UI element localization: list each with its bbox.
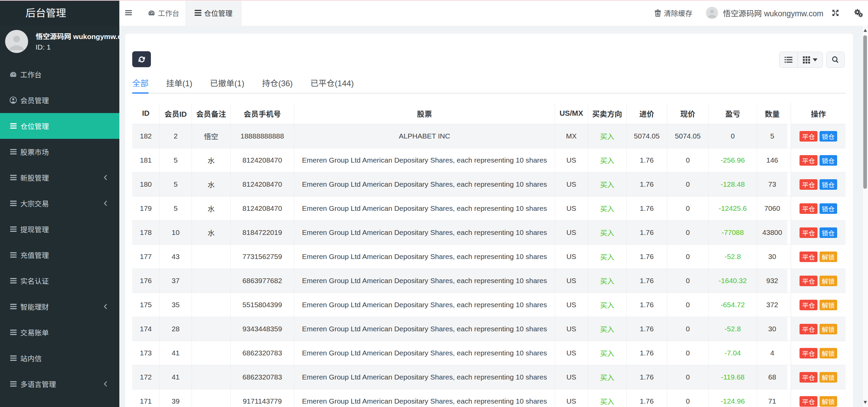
grid-view-button[interactable] <box>798 52 823 68</box>
unlock-position-button[interactable]: 解锁 <box>820 300 837 310</box>
cell-direction: 买入 <box>588 245 627 269</box>
topbar-username[interactable]: 悟空源码网 wukongymw.com <box>723 0 824 26</box>
cell-direction: 买入 <box>588 365 627 389</box>
close-position-button[interactable]: 平仓 <box>800 372 817 383</box>
cell-member-remark <box>192 245 231 269</box>
lock-position-button[interactable]: 锁仓 <box>820 131 837 142</box>
pnl-value: -52.8 <box>725 325 741 333</box>
sidebar-item-label: 股票市场 <box>20 147 49 157</box>
column-header[interactable]: ID <box>132 103 160 124</box>
column-header[interactable]: 盈亏 <box>709 103 757 124</box>
column-header[interactable]: 会员手机号 <box>231 103 294 124</box>
lock-position-button[interactable]: 锁仓 <box>820 203 837 214</box>
topnav-tab-dashboard[interactable]: 工作台 <box>148 0 179 26</box>
column-header[interactable]: 现价 <box>667 103 709 124</box>
sidebar-item-new-stocks[interactable]: 新股管理 <box>0 165 119 190</box>
cell-quantity: 372 <box>757 293 787 317</box>
column-header[interactable]: US/MX <box>555 103 588 124</box>
fixed-column-gap <box>787 124 791 148</box>
cell-actions: 平仓解锁 <box>791 269 846 293</box>
sidebar-item-kyc[interactable]: 实名认证 <box>0 268 119 294</box>
sidebar-item-positions[interactable]: 仓位管理 <box>0 113 119 139</box>
close-position-button[interactable]: 平仓 <box>800 131 817 142</box>
status-filter-tabs: 全部挂单(1)已撤单(1)持仓(36)已平仓(144) <box>132 72 846 93</box>
close-position-button[interactable]: 平仓 <box>800 227 817 238</box>
close-position-button[interactable]: 平仓 <box>800 276 817 286</box>
lock-position-button[interactable]: 锁仓 <box>820 155 837 166</box>
unlock-position-button[interactable]: 解锁 <box>820 348 837 358</box>
close-position-button[interactable]: 平仓 <box>800 396 817 407</box>
cell-member-remark <box>192 317 231 341</box>
topnav-tab-positions[interactable]: 仓位管理 <box>185 0 241 26</box>
close-position-button[interactable]: 平仓 <box>800 155 817 166</box>
content-card: 全部挂单(1)已撤单(1)持仓(36)已平仓(144) ID会员ID会员备注会员… <box>125 34 853 407</box>
cell-current-price: 0 <box>667 269 709 293</box>
sidebar-item-block-trade[interactable]: 大宗交易 <box>0 190 119 216</box>
cell-member-phone: 6862320783 <box>231 365 294 389</box>
close-position-button[interactable]: 平仓 <box>800 300 817 310</box>
sidebar-item-deposits[interactable]: 充值管理 <box>0 242 119 268</box>
unlock-position-button[interactable]: 解锁 <box>820 276 837 286</box>
close-position-button[interactable]: 平仓 <box>800 179 817 190</box>
sidebar-item-dashboard[interactable]: 工作台 <box>0 61 119 87</box>
cell-stock: Emeren Group Ltd American Depositary Sha… <box>294 245 555 269</box>
column-header[interactable]: 买卖方向 <box>588 103 627 124</box>
close-position-button[interactable]: 平仓 <box>800 252 817 262</box>
close-position-button[interactable]: 平仓 <box>800 203 817 214</box>
unlock-position-button[interactable]: 解锁 <box>820 372 837 383</box>
cell-member-id: 2 <box>160 124 192 148</box>
scrollbar-down-arrow[interactable] <box>864 401 867 404</box>
sidebar-item-withdrawals[interactable]: 提现管理 <box>0 216 119 242</box>
close-position-button[interactable]: 平仓 <box>800 348 817 358</box>
list-view-button[interactable] <box>780 52 798 68</box>
cell-member-id: 39 <box>160 389 192 407</box>
search-toggle-button[interactable] <box>826 52 845 68</box>
scrollbar-up-arrow[interactable] <box>864 29 867 32</box>
sidebar-item-trade-bills[interactable]: 交易账单 <box>0 319 119 345</box>
scrollbar-thumb[interactable] <box>863 35 867 189</box>
lock-position-button[interactable]: 锁仓 <box>820 227 837 238</box>
filter-tab-pending[interactable]: 挂单(1) <box>166 72 192 93</box>
sidebar-item-smart-invest[interactable]: 智能理财 <box>0 294 119 319</box>
sidebar-item-messages[interactable]: 站内信 <box>0 345 119 371</box>
fullscreen-icon[interactable] <box>831 0 840 26</box>
column-header[interactable]: 会员备注 <box>192 103 231 124</box>
clear-cache-button[interactable]: 清除缓存 <box>654 0 692 26</box>
chevron-left-icon <box>104 381 107 387</box>
cell-pnl: -128.48 <box>709 172 757 196</box>
close-position-button[interactable]: 平仓 <box>800 324 817 334</box>
settings-gears-icon[interactable] <box>854 0 863 26</box>
topbar-avatar[interactable] <box>706 7 718 19</box>
filter-tab-closed[interactable]: 已平仓(144) <box>310 72 354 93</box>
cell-quantity: 146 <box>757 148 787 172</box>
vertical-scrollbar[interactable] <box>862 26 868 407</box>
column-header[interactable]: 进价 <box>627 103 667 124</box>
top-progress-line <box>0 0 868 1</box>
filter-tab-cancelled[interactable]: 已撤单(1) <box>210 72 244 93</box>
fixed-column-gap <box>787 389 791 407</box>
unlock-position-button[interactable]: 解锁 <box>820 252 837 262</box>
refresh-button[interactable] <box>132 51 151 67</box>
cell-entry-price: 1.76 <box>627 221 667 244</box>
sidebar-item-members[interactable]: 会员管理 <box>0 87 119 113</box>
unlock-position-button[interactable]: 解锁 <box>820 324 837 334</box>
table-body: 1822悟空18888888888ALPHABET INCMX买入5074.05… <box>132 124 846 407</box>
lock-position-button[interactable]: 锁仓 <box>820 179 837 190</box>
sidebar-toggle-icon[interactable] <box>125 10 132 15</box>
filter-tab-holding[interactable]: 持仓(36) <box>262 72 293 93</box>
cell-member-id: 28 <box>160 317 192 341</box>
cell-member-phone: 6862320783 <box>231 341 294 365</box>
column-header[interactable]: 操作 <box>791 103 846 124</box>
unlock-position-button[interactable]: 解锁 <box>820 396 837 407</box>
pnl-value: -119.68 <box>721 373 745 381</box>
column-header[interactable]: 会员ID <box>160 103 192 124</box>
sidebar-item-stock-market[interactable]: 股票市场 <box>0 139 119 165</box>
sidebar-item-languages[interactable]: 多语言管理 <box>0 371 119 397</box>
cell-market: US <box>555 221 588 244</box>
filter-tab-all[interactable]: 全部 <box>132 72 149 93</box>
cell-actions: 平仓解锁 <box>791 341 846 365</box>
column-header[interactable]: 股票 <box>294 103 555 124</box>
column-header[interactable]: 数量 <box>757 103 787 124</box>
cell-pnl: -12425.6 <box>709 197 757 220</box>
direction-buy: 买入 <box>600 372 614 382</box>
